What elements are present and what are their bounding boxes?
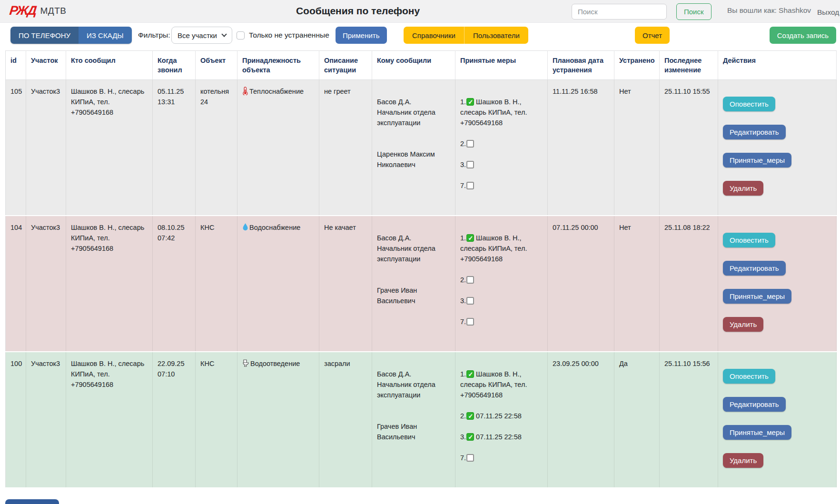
notify-button[interactable]: Оповестить — [723, 369, 775, 384]
col-header-belonging: Принадлежность объекта — [237, 51, 319, 80]
col-header-id: id — [6, 51, 26, 80]
search-input[interactable] — [572, 4, 667, 20]
cell-id: 100 — [6, 352, 26, 488]
cell-object: КНС — [196, 352, 237, 488]
toilet-icon — [242, 359, 249, 370]
measure-checkbox-empty[interactable] — [466, 318, 474, 326]
col-header-measures: Принятые меры — [455, 51, 548, 80]
cell-measures: 1.Шашков В. Н., слесарь КИПиА, тел. +790… — [455, 80, 548, 216]
cell-planned-date: 07.11.25 00:00 — [548, 216, 614, 352]
source-tabs: ПО ТЕЛЕФОНУ ИЗ СКАДЫ — [10, 27, 132, 44]
apply-button[interactable]: Применить — [336, 27, 387, 44]
col-header-last-change: Последнее изменение — [660, 51, 718, 80]
droplet-icon — [242, 223, 248, 234]
logo: РЖД МДТВ — [10, 4, 67, 17]
cell-situation: Не качает — [319, 216, 372, 352]
measure-item: 1.Шашков В. Н., слесарь КИПиА, тел. +790… — [460, 97, 544, 128]
measure-checkbox-checked[interactable] — [466, 234, 474, 242]
table-header-row: id Участок Кто сообщил Когда звонил Объе… — [6, 51, 837, 80]
cell-measures: 1.Шашков В. Н., слесарь КИПиА, тел. +790… — [455, 352, 548, 488]
measures-button[interactable]: Принятые_меры — [723, 289, 791, 304]
cell-actions: Оповестить Редактировать Принятые_меры У… — [718, 352, 837, 488]
only-unresolved-checkbox[interactable] — [237, 31, 245, 40]
cell-belonging: Водоотведение — [237, 352, 319, 488]
measure-item: 2.07.11.25 22:58 — [460, 411, 544, 421]
cell-situation: не греет — [319, 80, 372, 216]
toolbar: ПО ТЕЛЕФОНУ ИЗ СКАДЫ Фильтры: Все участк… — [0, 23, 840, 50]
measure-checkbox-empty[interactable] — [466, 182, 474, 189]
cell-called-at: 08.10.25 07:42 — [153, 216, 196, 352]
measure-checkbox-empty[interactable] — [466, 161, 474, 168]
measure-item: 7. — [460, 180, 544, 191]
chevron-down-icon — [221, 31, 227, 37]
col-header-situation: Описание ситуации — [319, 51, 372, 80]
cell-reporter: Шашков В. Н., слесарь КИПиА, тел. +79056… — [66, 216, 153, 352]
measures-button[interactable]: Принятые_меры — [723, 153, 791, 168]
measure-item: 3. — [460, 296, 544, 306]
delete-button[interactable]: Удалить — [723, 453, 763, 468]
measure-checkbox-empty[interactable] — [466, 454, 474, 462]
cell-area: Участок3 — [26, 80, 66, 216]
cell-last-change: 25.11.10 15:56 — [660, 352, 718, 488]
users-button[interactable]: Пользователи — [464, 27, 528, 44]
delete-button[interactable]: Удалить — [723, 317, 763, 332]
only-unresolved-label: Только не устраненные — [249, 31, 329, 40]
cell-last-change: 25.11.08 18:22 — [660, 216, 718, 352]
area-filter-select[interactable]: Все участки — [171, 27, 232, 44]
col-header-reporter: Кто сообщил — [66, 51, 153, 80]
edit-button[interactable]: Редактировать — [723, 125, 786, 139]
create-record-button[interactable]: Создать запись — [770, 27, 836, 44]
notify-button[interactable]: Оповестить — [723, 97, 775, 111]
cell-area: Участок3 — [26, 352, 66, 488]
col-header-area: Участок — [26, 51, 66, 80]
measure-checkbox-checked[interactable] — [466, 433, 474, 441]
tab-from-scada[interactable]: ИЗ СКАДЫ — [79, 27, 132, 44]
pagination-current-page[interactable]: 1 (текущая) — [5, 499, 59, 504]
measure-item: 1.Шашков В. Н., слесарь КИПиА, тел. +790… — [460, 369, 544, 400]
measure-checkbox-empty[interactable] — [466, 276, 474, 284]
measure-checkbox-checked[interactable] — [466, 412, 474, 420]
measure-item: 3. — [460, 159, 544, 170]
directories-button[interactable]: Справочники — [404, 27, 464, 44]
search-button[interactable]: Поиск — [676, 3, 712, 20]
logged-in-as: Вы вошли как: Shashkov — [727, 6, 811, 15]
measure-checkbox-checked[interactable] — [466, 98, 474, 106]
cell-actions: Оповестить Редактировать Принятые_меры У… — [718, 80, 837, 216]
measure-item: 1.Шашков В. Н., слесарь КИПиА, тел. +790… — [460, 233, 544, 264]
tab-by-phone[interactable]: ПО ТЕЛЕФОНУ — [10, 27, 79, 44]
measure-checkbox-empty[interactable] — [466, 140, 474, 148]
edit-button[interactable]: Редактировать — [723, 261, 786, 276]
edit-button[interactable]: Редактировать — [723, 397, 786, 412]
cell-last-change: 25.11.10 15:55 — [660, 80, 718, 216]
notify-button[interactable]: Оповестить — [723, 233, 775, 247]
measure-item: 2. — [460, 138, 544, 149]
thermometer-icon — [242, 87, 248, 98]
col-header-planned-date: Плановая дата устранения — [548, 51, 614, 80]
col-header-object: Объект — [196, 51, 237, 80]
measure-item: 7. — [460, 453, 544, 463]
cell-called-at: 22.09.25 07:10 — [153, 352, 196, 488]
measure-checkbox-empty[interactable] — [466, 297, 474, 305]
messages-table: id Участок Кто сообщил Когда звонил Объе… — [5, 50, 837, 488]
col-header-notified: Кому сообщили — [372, 51, 455, 80]
table-row: 104 Участок3 Шашков В. Н., слесарь КИПиА… — [6, 216, 837, 352]
table-row: 100 Участок3 Шашков В. Н., слесарь КИПиА… — [6, 352, 837, 488]
cell-notified: Басов Д.А. Начальник отдела эксплуатации… — [372, 80, 455, 216]
cell-situation: засрали — [319, 352, 372, 488]
cell-measures: 1.Шашков В. Н., слесарь КИПиА, тел. +790… — [455, 216, 548, 352]
rzd-logo-icon: РЖД — [9, 4, 37, 17]
cell-object: котельня 24 — [196, 80, 237, 216]
measure-checkbox-checked[interactable] — [466, 370, 474, 378]
app-header: РЖД МДТВ Сообщения по телефону Поиск Вы … — [0, 0, 840, 23]
admin-buttons-group: Справочники Пользователи — [404, 27, 528, 44]
cell-object: КНС — [196, 216, 237, 352]
cell-actions: Оповестить Редактировать Принятые_меры У… — [718, 216, 837, 352]
measure-item: 2. — [460, 275, 544, 285]
cell-belonging: Водоснабжение — [237, 216, 319, 352]
cell-reporter: Шашков В. Н., слесарь КИПиА, тел. +79056… — [66, 80, 153, 216]
logout-link[interactable]: Выход — [817, 8, 839, 17]
measures-button[interactable]: Принятые_меры — [723, 425, 791, 440]
delete-button[interactable]: Удалить — [723, 181, 763, 196]
report-button[interactable]: Отчет — [635, 27, 670, 44]
table-row: 105 Участок3 Шашков В. Н., слесарь КИПиА… — [6, 80, 837, 216]
